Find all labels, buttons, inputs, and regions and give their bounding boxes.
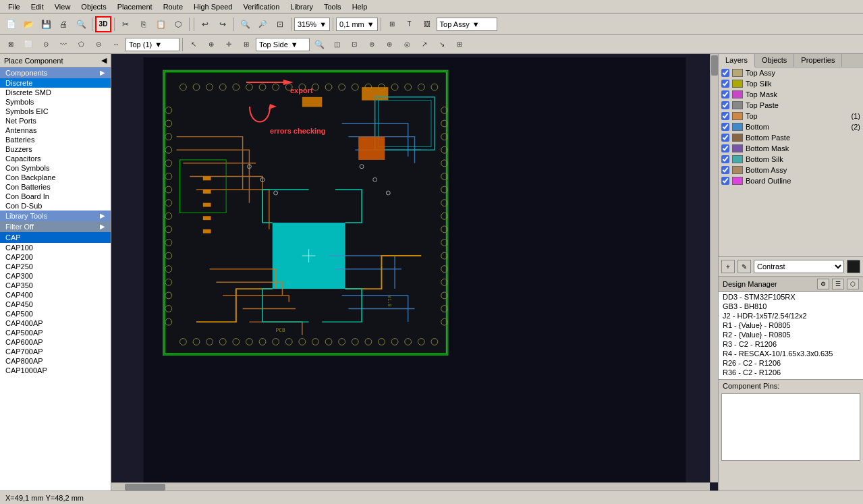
layer-row-bottom-paste[interactable]: Bottom Paste bbox=[719, 132, 863, 143]
via-btn[interactable]: ⊙ bbox=[38, 36, 54, 53]
snap3-btn[interactable]: ⊚ bbox=[364, 36, 380, 53]
layer-check-bottom-paste[interactable] bbox=[721, 134, 729, 142]
save-button[interactable]: 💾 bbox=[38, 16, 54, 32]
layer-dropdown[interactable]: Top (1) ▼ bbox=[126, 38, 179, 51]
cap-350[interactable]: CAP350 bbox=[0, 281, 111, 290]
open-button[interactable]: 📂 bbox=[20, 16, 36, 32]
design-item-0[interactable]: DD3 - STM32F105RX bbox=[719, 292, 863, 302]
canvas-vscroll[interactable] bbox=[710, 54, 718, 482]
cat-antennas[interactable]: Antennas bbox=[0, 125, 111, 135]
cap-500[interactable]: CAP500 bbox=[0, 309, 111, 318]
align-btn[interactable]: ⊞ bbox=[238, 36, 254, 53]
redo-button[interactable]: ↪ bbox=[215, 16, 231, 32]
layer-check-bottom[interactable] bbox=[721, 123, 729, 131]
contrast-add-btn[interactable]: + bbox=[721, 260, 735, 273]
tab-objects[interactable]: Objects bbox=[755, 54, 794, 67]
cat-con-batteries[interactable]: Con Batteries bbox=[0, 182, 111, 192]
snap5-btn[interactable]: ◎ bbox=[399, 36, 415, 53]
tab-layers[interactable]: Layers bbox=[719, 54, 755, 67]
cut-button[interactable]: ✂ bbox=[117, 16, 134, 32]
new-button[interactable]: 📄 bbox=[3, 16, 19, 32]
cat-capacitors[interactable]: Capacitors bbox=[0, 154, 111, 163]
menu-tools[interactable]: Tools bbox=[318, 2, 347, 11]
collapse-icon[interactable]: ◀ bbox=[101, 56, 107, 65]
cap-200[interactable]: CAP200 bbox=[0, 252, 111, 262]
design-item-1[interactable]: GB3 - BH810 bbox=[719, 302, 863, 311]
cap-section[interactable]: CAP bbox=[0, 232, 111, 243]
cat-con-dsub[interactable]: Con D-Sub bbox=[0, 201, 111, 211]
layer-row-board-outline[interactable]: Board Outline bbox=[719, 175, 863, 186]
components-section[interactable]: Components ▶ bbox=[0, 67, 111, 78]
cat-discrete-smd[interactable]: Discrete SMD bbox=[0, 88, 111, 97]
layer-row-bottom-silk[interactable]: Bottom Silk bbox=[719, 154, 863, 165]
layer-row-bottom-assy[interactable]: Bottom Assy bbox=[719, 165, 863, 175]
cap-600ap[interactable]: CAP600AP bbox=[0, 337, 111, 347]
design-item-7[interactable]: R26 - C2 - R1206 bbox=[719, 358, 863, 368]
cat-con-backplane[interactable]: Con Backplane bbox=[0, 173, 111, 182]
cat-net-ports[interactable]: Net Ports bbox=[0, 116, 111, 125]
contrast-edit-btn[interactable]: ✎ bbox=[737, 260, 751, 273]
cap-400ap[interactable]: CAP400AP bbox=[0, 318, 111, 328]
menu-objects[interactable]: Objects bbox=[76, 2, 111, 11]
cap-800ap[interactable]: CAP800AP bbox=[0, 356, 111, 366]
print-button[interactable]: 🖨 bbox=[55, 16, 72, 32]
menu-library[interactable]: Library bbox=[285, 2, 318, 11]
keepout-btn[interactable]: ⊝ bbox=[90, 36, 107, 53]
3d-button[interactable]: 3D bbox=[95, 16, 111, 32]
contrast-color-btn[interactable] bbox=[847, 260, 860, 273]
design-item-5[interactable]: R3 - C2 - R1206 bbox=[719, 339, 863, 349]
layer-row-top-assy[interactable]: Top Assy bbox=[719, 67, 863, 78]
dm-settings-btn[interactable]: ⚙ bbox=[817, 279, 829, 289]
menu-file[interactable]: File bbox=[3, 2, 26, 11]
library-tools-section[interactable]: Library Tools ▶ bbox=[0, 211, 111, 221]
layer-check-top[interactable] bbox=[721, 112, 729, 120]
cat-batteries[interactable]: Batteries bbox=[0, 135, 111, 144]
cap-1000ap[interactable]: CAP1000AP bbox=[0, 366, 111, 375]
cat-buzzers[interactable]: Buzzers bbox=[0, 144, 111, 154]
layer-check-bottom-assy[interactable] bbox=[721, 166, 729, 174]
cross-btn[interactable]: ✛ bbox=[221, 36, 237, 53]
cat-symbols[interactable]: Symbols bbox=[0, 97, 111, 107]
menu-edit[interactable]: Edit bbox=[26, 2, 49, 11]
snap4-btn[interactable]: ⊛ bbox=[381, 36, 397, 53]
cap-400[interactable]: CAP400 bbox=[0, 290, 111, 300]
layer-row-top-mask[interactable]: Top Mask bbox=[719, 89, 863, 100]
layer-check-top-silk[interactable] bbox=[721, 80, 729, 88]
canvas-area[interactable]: PCB V1.0 bbox=[111, 54, 718, 491]
zoom-in-button[interactable]: 🔍 bbox=[237, 16, 253, 32]
dm-list-btn[interactable]: ☰ bbox=[832, 279, 844, 289]
layer-check-top-assy[interactable] bbox=[721, 69, 729, 77]
layer-check-top-mask[interactable] bbox=[721, 90, 729, 99]
menu-route[interactable]: Route bbox=[158, 2, 188, 11]
snap-btn[interactable]: ◫ bbox=[329, 36, 345, 53]
net-btn[interactable]: ⊞ bbox=[384, 16, 400, 32]
design-item-3[interactable]: R1 - {Value} - R0805 bbox=[719, 320, 863, 330]
design-item-2[interactable]: J2 - HDR-1x5T/2.54/12x2 bbox=[719, 311, 863, 320]
design-item-8[interactable]: R36 - C2 - R1206 bbox=[719, 368, 863, 377]
layer-check-bottom-mask[interactable] bbox=[721, 144, 729, 152]
design-item-6[interactable]: R4 - RESCAX-10/1.65x3.3x0.635 bbox=[719, 349, 863, 358]
grid-btn[interactable]: ⊞ bbox=[451, 36, 468, 53]
zoom-fit-button[interactable]: ⊡ bbox=[272, 16, 288, 32]
pad-btn[interactable]: ⬜ bbox=[20, 36, 36, 53]
dim-btn[interactable]: ↔ bbox=[108, 36, 124, 53]
select-btn[interactable]: ↖ bbox=[186, 36, 202, 53]
layer-row-top-paste[interactable]: Top Paste bbox=[719, 100, 863, 111]
cap-700ap[interactable]: CAP700AP bbox=[0, 347, 111, 356]
text-btn[interactable]: T bbox=[401, 16, 418, 32]
layer-row-top-silk[interactable]: Top Silk bbox=[719, 78, 863, 89]
cap-300[interactable]: CAP300 bbox=[0, 271, 111, 281]
contrast-select[interactable]: Contrast bbox=[754, 260, 844, 273]
filter-section[interactable]: Filter Off ▶ bbox=[0, 221, 111, 232]
menu-placement[interactable]: Placement bbox=[112, 2, 158, 11]
undo-button[interactable]: ↩ bbox=[197, 16, 213, 32]
layer-row-top[interactable]: Top (1) bbox=[719, 111, 863, 121]
print-preview-button[interactable]: 🔍 bbox=[73, 16, 89, 32]
cat-symbols-eic[interactable]: Symbols EIC bbox=[0, 107, 111, 116]
view-dropdown[interactable]: Top Assy ▼ bbox=[437, 18, 497, 31]
dm-expand-btn[interactable]: ⬡ bbox=[847, 279, 859, 289]
menu-view[interactable]: View bbox=[49, 2, 76, 11]
tab-properties[interactable]: Properties bbox=[794, 54, 842, 67]
arr-btn[interactable]: ↗ bbox=[416, 36, 433, 53]
layer-row-bottom[interactable]: Bottom (2) bbox=[719, 121, 863, 132]
